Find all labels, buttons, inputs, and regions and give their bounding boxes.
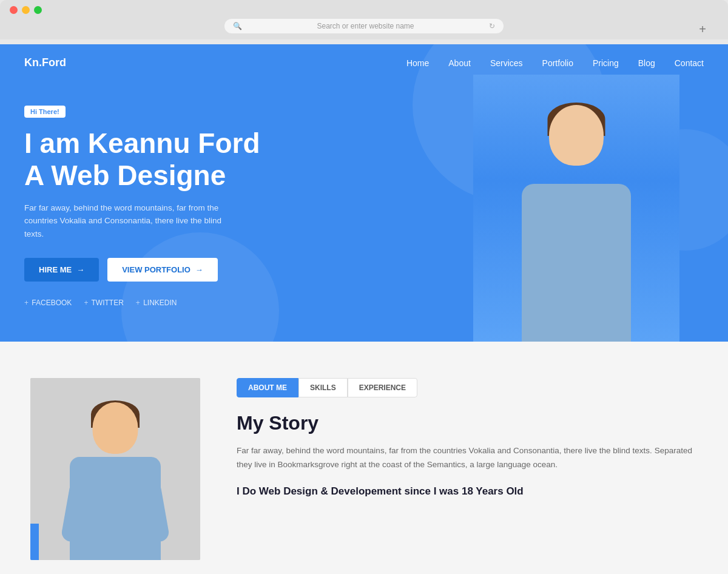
- hero-buttons: HIRE ME → VIEW PORTFOLIO →: [24, 258, 260, 282]
- hero-content: Hi There! I am Keannu Ford A Web Designe…: [0, 81, 728, 331]
- hero-title: I am Keannu Ford A Web Designe: [24, 127, 260, 192]
- reload-icon[interactable]: ↻: [489, 22, 495, 30]
- new-tab-icon[interactable]: +: [699, 23, 706, 35]
- about-image-bg: [30, 378, 200, 560]
- nav-about[interactable]: About: [448, 58, 471, 68]
- browser-chrome: 🔍 Search or enter website name ↻ +: [0, 0, 728, 39]
- hero-text: Hi There! I am Keannu Ford A Web Designe…: [24, 93, 260, 307]
- social-links: + FACEBOOK + TWITTER + LINKEDIN: [24, 299, 260, 307]
- about-image-wrapper: [30, 378, 200, 560]
- nav-blog[interactable]: Blog: [638, 58, 655, 68]
- about-description: Far far away, behind the word mountains,…: [237, 444, 698, 472]
- about-person-body: [70, 457, 161, 560]
- close-button[interactable]: [10, 6, 18, 14]
- nav-contact[interactable]: Contact: [675, 58, 704, 68]
- about-tabs: ABOUT ME SKILLS EXPERIENCE: [237, 378, 698, 397]
- nav-services[interactable]: Services: [490, 58, 523, 68]
- address-bar[interactable]: 🔍 Search or enter website name ↻: [224, 19, 504, 33]
- nav-pricing[interactable]: Pricing: [593, 58, 619, 68]
- address-text: Search or enter website name: [246, 22, 485, 30]
- about-right-content: ABOUT ME SKILLS EXPERIENCE My Story Far …: [237, 378, 698, 499]
- about-subtitle: I Do Web Design & Developement since I w…: [237, 484, 698, 499]
- navigation: Kn.Ford Home About Services Portfolio Pr…: [0, 44, 728, 81]
- about-blue-accent-bar: [30, 524, 39, 560]
- tab-skills[interactable]: SKILLS: [298, 378, 348, 397]
- twitter-link[interactable]: + TWITTER: [84, 299, 123, 307]
- view-portfolio-button[interactable]: VIEW PORTFOLIO →: [107, 258, 218, 282]
- tab-experience[interactable]: EXPERIENCE: [348, 378, 417, 397]
- hero-title-line1: I am Keannu Ford: [24, 127, 260, 159]
- about-person-head: [93, 402, 138, 454]
- browser-dots: [10, 6, 718, 14]
- facebook-link[interactable]: + FACEBOOK: [24, 299, 72, 307]
- arrow-icon: →: [76, 265, 84, 274]
- nav-links: Home About Services Portfolio Pricing Bl…: [406, 58, 704, 68]
- about-person: [55, 390, 176, 560]
- arrow-icon: →: [195, 265, 203, 274]
- about-title: My Story: [237, 412, 698, 434]
- hi-badge: Hi There!: [24, 106, 66, 118]
- minimize-button[interactable]: [22, 6, 30, 14]
- nav-home[interactable]: Home: [406, 58, 429, 68]
- about-section: ABOUT ME SKILLS EXPERIENCE My Story Far …: [0, 342, 728, 574]
- hero-description: Far far away, behind the word mountains,…: [24, 201, 243, 241]
- website-content: Kn.Ford Home About Services Portfolio Pr…: [0, 44, 728, 574]
- brand-logo[interactable]: Kn.Ford: [24, 56, 66, 69]
- search-icon: 🔍: [233, 22, 242, 30]
- hire-me-button[interactable]: HIRE ME →: [24, 258, 99, 282]
- hero-title-line2: A Web Designe: [24, 160, 226, 191]
- tab-about-me[interactable]: ABOUT ME: [237, 378, 298, 397]
- nav-portfolio[interactable]: Portfolio: [542, 58, 573, 68]
- maximize-button[interactable]: [34, 6, 42, 14]
- about-inner: ABOUT ME SKILLS EXPERIENCE My Story Far …: [30, 378, 698, 560]
- linkedin-link[interactable]: + LINKEDIN: [136, 299, 177, 307]
- hero-section: Kn.Ford Home About Services Portfolio Pr…: [0, 44, 728, 342]
